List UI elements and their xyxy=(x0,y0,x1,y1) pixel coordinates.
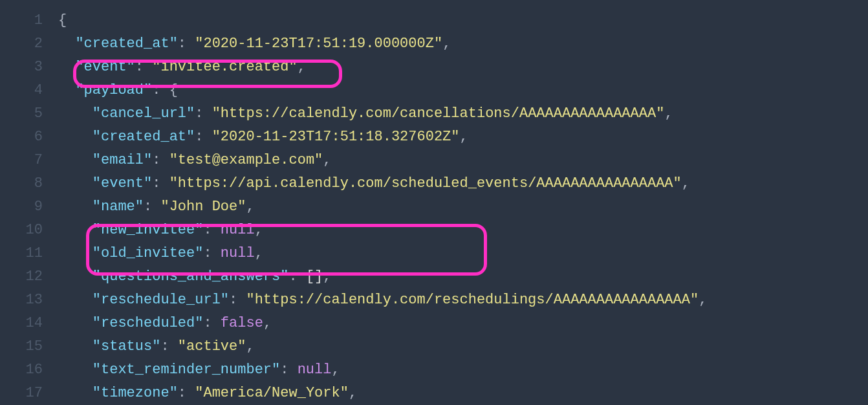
token-punct: , xyxy=(349,385,357,401)
line-number: 9 xyxy=(0,195,58,219)
token-punct: { xyxy=(58,12,67,28)
token-punct: : xyxy=(195,129,212,145)
code-line[interactable]: 8 "event": "https://api.calendly.com/sch… xyxy=(0,172,868,195)
code-line[interactable]: 1{ xyxy=(0,9,868,32)
token-punct: : xyxy=(288,268,305,285)
code-content[interactable]: "new_invitee": null, xyxy=(58,219,868,242)
token-str: "https://calendly.com/cancellations/AAAA… xyxy=(212,105,665,122)
token-key: "new_invitee" xyxy=(92,222,204,238)
line-number: 5 xyxy=(0,102,58,126)
token-punct: , xyxy=(323,268,331,285)
code-line[interactable]: 6 "created_at": "2020-11-23T17:51:18.327… xyxy=(0,126,868,149)
code-line[interactable]: 16 "text_reminder_number": null, xyxy=(0,358,868,382)
token-key: "timezone" xyxy=(92,385,178,401)
token-punct xyxy=(58,385,92,401)
token-punct: : xyxy=(203,245,220,261)
token-bool: false xyxy=(221,315,263,331)
token-key: "created_at" xyxy=(92,129,195,145)
code-content[interactable]: "event": "https://api.calendly.com/sched… xyxy=(58,172,868,195)
line-number: 14 xyxy=(0,312,58,335)
token-punct xyxy=(58,245,92,261)
token-punct: : xyxy=(203,222,220,238)
code-line[interactable]: 7 "email": "test@example.com", xyxy=(0,149,868,172)
code-content[interactable]: "questions_and_answers": [], xyxy=(58,265,868,289)
code-content[interactable]: "payload": { xyxy=(58,79,868,102)
line-number: 4 xyxy=(0,79,58,102)
token-punct xyxy=(58,36,75,52)
line-number: 7 xyxy=(0,149,58,172)
token-punct: , xyxy=(664,105,673,122)
token-key: "questions_and_answers" xyxy=(92,268,289,285)
code-content[interactable]: "created_at": "2020-11-23T17:51:18.32760… xyxy=(58,126,868,149)
code-content[interactable]: "status": "active", xyxy=(58,335,868,358)
token-brkt: [] xyxy=(306,268,323,285)
token-key: "status" xyxy=(92,338,161,355)
token-null: null xyxy=(221,245,255,261)
token-punct: : xyxy=(152,175,169,192)
token-punct: : xyxy=(280,362,297,378)
code-line[interactable]: 10 "new_invitee": null, xyxy=(0,219,868,242)
code-content[interactable]: "old_invitee": null, xyxy=(58,242,868,265)
code-line[interactable]: 14 "rescheduled": false, xyxy=(0,312,868,335)
token-str: "test@example.com" xyxy=(169,152,323,168)
code-line[interactable]: 13 "reschedule_url": "https://calendly.c… xyxy=(0,289,868,312)
code-content[interactable]: "created_at": "2020-11-23T17:51:19.00000… xyxy=(58,32,868,56)
token-punct: , xyxy=(255,222,263,238)
code-line[interactable]: 2 "created_at": "2020-11-23T17:51:19.000… xyxy=(0,32,868,56)
code-line[interactable]: 9 "name": "John Doe", xyxy=(0,195,868,219)
token-key: "email" xyxy=(92,152,152,168)
line-number: 17 xyxy=(0,382,58,405)
code-content[interactable]: "event": "invitee.created", xyxy=(58,56,868,79)
token-key: "name" xyxy=(92,199,144,215)
code-line[interactable]: 5 "cancel_url": "https://calendly.com/ca… xyxy=(0,102,868,126)
code-line[interactable]: 15 "status": "active", xyxy=(0,335,868,358)
code-line[interactable]: 11 "old_invitee": null, xyxy=(0,242,868,265)
line-number: 1 xyxy=(0,9,58,32)
token-punct xyxy=(58,268,92,285)
token-str: "John Doe" xyxy=(160,199,246,215)
code-content[interactable]: "email": "test@example.com", xyxy=(58,149,868,172)
token-punct: , xyxy=(255,245,263,261)
code-line[interactable]: 12 "questions_and_answers": [], xyxy=(0,265,868,289)
token-punct xyxy=(58,338,92,355)
token-punct xyxy=(58,152,92,168)
code-content[interactable]: "text_reminder_number": null, xyxy=(58,358,868,382)
code-line[interactable]: 4 "payload": { xyxy=(0,79,868,102)
token-punct: : xyxy=(195,105,212,122)
token-punct xyxy=(58,59,75,75)
token-punct xyxy=(58,175,92,192)
code-content[interactable]: "rescheduled": false, xyxy=(58,312,868,335)
code-line[interactable]: 17 "timezone": "America/New_York", xyxy=(0,382,868,405)
token-str: "active" xyxy=(178,338,246,355)
line-number: 3 xyxy=(0,56,58,79)
token-punct xyxy=(58,292,92,308)
token-key: "reschedule_url" xyxy=(92,292,229,308)
token-punct xyxy=(58,199,92,215)
code-content[interactable]: { xyxy=(58,9,868,32)
code-line[interactable]: 3 "event": "invitee.created", xyxy=(0,56,868,79)
token-punct: : xyxy=(229,292,246,308)
line-number: 13 xyxy=(0,289,58,312)
code-editor[interactable]: 1{2 "created_at": "2020-11-23T17:51:19.0… xyxy=(0,0,868,405)
code-content[interactable]: "name": "John Doe", xyxy=(58,195,868,219)
token-punct: , xyxy=(699,292,707,308)
token-key: "text_reminder_number" xyxy=(92,362,280,378)
line-number: 16 xyxy=(0,358,58,382)
token-punct: : { xyxy=(152,82,178,98)
token-punct: , xyxy=(246,338,254,355)
token-str: "https://calendly.com/reschedulings/AAAA… xyxy=(246,292,699,308)
token-key: "event" xyxy=(92,175,152,192)
token-punct xyxy=(58,105,92,122)
token-punct xyxy=(58,129,92,145)
token-punct: , xyxy=(298,59,306,75)
line-number: 12 xyxy=(0,265,58,289)
token-key: "created_at" xyxy=(75,36,177,52)
token-key: "payload" xyxy=(75,82,152,98)
code-content[interactable]: "timezone": "America/New_York", xyxy=(58,382,868,405)
code-content[interactable]: "reschedule_url": "https://calendly.com/… xyxy=(58,289,868,312)
token-key: "cancel_url" xyxy=(92,105,195,122)
code-content[interactable]: "cancel_url": "https://calendly.com/canc… xyxy=(58,102,868,126)
token-punct xyxy=(58,222,92,238)
line-number: 6 xyxy=(0,126,58,149)
token-punct xyxy=(58,362,92,378)
